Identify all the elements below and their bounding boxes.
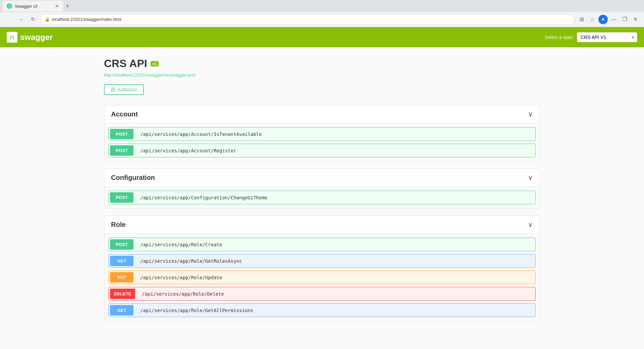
section-header-configuration[interactable]: Configuration∨ bbox=[104, 169, 540, 187]
logo-symbol: {/} bbox=[10, 35, 14, 40]
endpoint-role-3[interactable]: DELETE/api/services/app/Role/Delete bbox=[108, 287, 536, 301]
section-header-account[interactable]: Account∨ bbox=[104, 105, 540, 123]
section-title-account: Account bbox=[111, 110, 138, 118]
favicon-icon: {} bbox=[8, 4, 10, 8]
endpoint-path: /api/services/app/Account/IsTenantAvaila… bbox=[135, 128, 535, 140]
method-badge-delete: DELETE bbox=[110, 289, 135, 299]
endpoint-path: /api/services/app/Role/Create bbox=[135, 239, 535, 251]
swagger-logo-text: swagger bbox=[20, 33, 53, 42]
browser-tabs: {} Swagger UI ✕ + bbox=[0, 0, 644, 12]
section-header-role[interactable]: Role∨ bbox=[104, 216, 540, 234]
browser-toolbar: ← → ↻ 🔒 localhost:21021/swagger/index.ht… bbox=[0, 12, 644, 27]
api-section-account: Account∨POST/api/services/app/Account/Is… bbox=[104, 105, 540, 162]
svg-rect-0 bbox=[111, 89, 115, 91]
swagger-logo-icon: {/} bbox=[7, 32, 17, 43]
browser-chrome: {} Swagger UI ✕ + ← → ↻ 🔒 localhost:2102… bbox=[0, 0, 644, 27]
close-button[interactable]: ✕ bbox=[631, 15, 640, 24]
method-badge-put: PUT bbox=[110, 272, 133, 283]
extensions-button[interactable]: ⊞ bbox=[577, 15, 586, 24]
url-display: localhost:21021/swagger/index.html bbox=[52, 17, 570, 22]
method-badge-post: POST bbox=[110, 145, 133, 156]
section-body-account: POST/api/services/app/Account/IsTenantAv… bbox=[104, 123, 540, 161]
method-badge-post: POST bbox=[110, 192, 133, 203]
profile-button[interactable]: A bbox=[598, 15, 608, 24]
endpoint-role-1[interactable]: GET/api/services/app/Role/GetRolesAsync bbox=[108, 254, 536, 268]
reload-button[interactable]: ↻ bbox=[28, 15, 38, 24]
endpoint-path: /api/services/app/Configuration/ChangeUi… bbox=[135, 192, 535, 204]
api-sections-container: Account∨POST/api/services/app/Account/Is… bbox=[104, 105, 540, 321]
endpoint-configuration-0[interactable]: POST/api/services/app/Configuration/Chan… bbox=[108, 191, 536, 204]
tab-close-button[interactable]: ✕ bbox=[55, 3, 59, 9]
endpoint-role-2[interactable]: PUT/api/services/app/Role/Update bbox=[108, 270, 536, 284]
spec-selector[interactable]: CRS API V1 bbox=[577, 32, 637, 42]
endpoint-path: /api/services/app/Role/Delete bbox=[137, 288, 535, 300]
back-button[interactable]: ← bbox=[4, 15, 13, 24]
minimize-button[interactable]: — bbox=[609, 15, 619, 24]
endpoint-path: /api/services/app/Account/Register bbox=[135, 145, 535, 157]
restore-button[interactable]: ❐ bbox=[620, 15, 629, 24]
spec-selector-wrapper: CRS API V1 ▾ bbox=[577, 32, 637, 42]
bookmark-button[interactable]: ☆ bbox=[588, 15, 597, 24]
endpoint-path: /api/services/app/Role/GetRolesAsync bbox=[135, 255, 535, 267]
swagger-header: {/} swagger Select a spec CRS API V1 ▾ bbox=[0, 27, 644, 47]
authorize-button[interactable]: Authorize bbox=[104, 84, 144, 95]
api-section-role: Role∨POST/api/services/app/Role/CreateGE… bbox=[104, 215, 540, 321]
endpoint-path: /api/services/app/Role/GetAllPermissions bbox=[135, 304, 535, 316]
select-spec-label: Select a spec bbox=[545, 35, 573, 40]
endpoint-account-0[interactable]: POST/api/services/app/Account/IsTenantAv… bbox=[108, 127, 536, 141]
version-badge: v1 bbox=[151, 61, 159, 66]
swagger-main-content: CRS API v1 http://localhost:21021/swagge… bbox=[97, 47, 547, 338]
method-badge-get: GET bbox=[110, 305, 133, 315]
section-chevron-configuration: ∨ bbox=[528, 173, 533, 182]
browser-actions: ⊞ ☆ A — ❐ ✕ bbox=[577, 15, 640, 24]
endpoint-role-0[interactable]: POST/api/services/app/Role/Create bbox=[108, 238, 536, 251]
method-badge-post: POST bbox=[110, 239, 133, 250]
tab-title: Swagger UI bbox=[15, 4, 38, 9]
authorize-label: Authorize bbox=[117, 87, 137, 92]
address-bar[interactable]: 🔒 localhost:21021/swagger/index.html bbox=[40, 14, 574, 25]
tab-favicon: {} bbox=[7, 3, 12, 9]
section-chevron-role: ∨ bbox=[528, 220, 533, 229]
active-tab[interactable]: {} Swagger UI ✕ bbox=[3, 1, 63, 11]
swagger-logo: {/} swagger bbox=[7, 32, 53, 43]
method-badge-post: POST bbox=[110, 129, 133, 139]
section-body-role: POST/api/services/app/Role/CreateGET/api… bbox=[104, 234, 540, 321]
endpoint-role-4[interactable]: GET/api/services/app/Role/GetAllPermissi… bbox=[108, 303, 536, 317]
lock-icon bbox=[111, 87, 115, 92]
section-body-configuration: POST/api/services/app/Configuration/Chan… bbox=[104, 187, 540, 208]
secure-icon: 🔒 bbox=[45, 17, 50, 22]
api-title-row: CRS API v1 bbox=[104, 57, 540, 70]
section-title-role: Role bbox=[111, 221, 125, 229]
endpoint-path: /api/services/app/Role/Update bbox=[135, 271, 535, 284]
new-tab-button[interactable]: + bbox=[63, 3, 72, 10]
endpoint-account-1[interactable]: POST/api/services/app/Account/Register bbox=[108, 144, 536, 157]
header-right: Select a spec CRS API V1 ▾ bbox=[545, 32, 637, 42]
section-chevron-account: ∨ bbox=[528, 110, 533, 118]
api-section-configuration: Configuration∨POST/api/services/app/Conf… bbox=[104, 168, 540, 209]
api-title: CRS API bbox=[104, 57, 147, 70]
forward-button[interactable]: → bbox=[16, 15, 25, 24]
section-title-configuration: Configuration bbox=[111, 174, 155, 182]
api-url-link[interactable]: http://localhost:21021/swagger/v1/swagge… bbox=[104, 72, 540, 78]
method-badge-get: GET bbox=[110, 256, 133, 266]
authorize-section: Authorize bbox=[104, 84, 540, 95]
